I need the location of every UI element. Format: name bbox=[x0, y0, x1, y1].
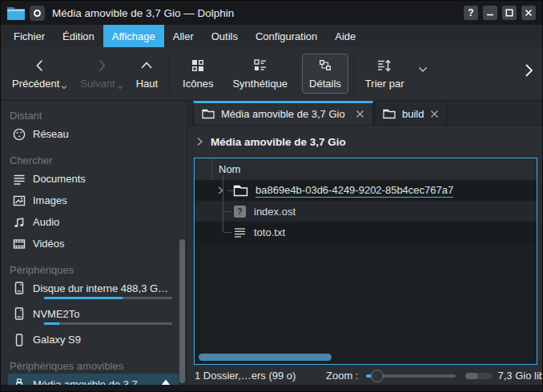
toolbar-overflow-button[interactable] bbox=[523, 62, 534, 79]
zoom-slider-handle[interactable] bbox=[371, 370, 384, 382]
section-chercher: Chercher bbox=[1, 152, 187, 168]
folder-icon bbox=[383, 109, 396, 119]
titlebar[interactable]: Média amovible de 3,7 Gio — Dolphin ? bbox=[1, 1, 542, 25]
dolphin-window: Média amovible de 3,7 Gio — Dolphin ? Fi… bbox=[0, 0, 543, 392]
maximize-button[interactable] bbox=[502, 6, 517, 20]
status-bar: 1 Dossier,…ers (99 o) Zoom : 7,3 Gio lib… bbox=[188, 365, 542, 386]
tree-guide-line bbox=[223, 232, 231, 233]
items-summary: 1 Dossier,…ers (99 o) bbox=[195, 370, 321, 382]
up-button[interactable]: Haut bbox=[130, 54, 164, 93]
forward-icon bbox=[94, 58, 110, 74]
minimize-button[interactable] bbox=[483, 6, 497, 20]
unknown-file-icon: ? bbox=[233, 205, 247, 218]
menubar: Fichier Édition Affichage Aller Outils C… bbox=[1, 25, 542, 47]
sidebar-item-documents[interactable]: Documents bbox=[1, 168, 187, 190]
details-view-button[interactable]: Détails bbox=[302, 54, 348, 94]
up-icon bbox=[139, 58, 155, 74]
zoom-slider[interactable] bbox=[366, 370, 456, 382]
menu-aide[interactable]: Aide bbox=[326, 25, 364, 47]
film-icon bbox=[12, 237, 26, 251]
sidebar-item-images[interactable]: Images bbox=[1, 190, 187, 211]
toolbar: Précédent Suivant Haut bbox=[1, 47, 542, 101]
menu-configuration[interactable]: Configuration bbox=[247, 25, 326, 47]
sidebar-item-disque-dur[interactable]: Disque dur interne 488,3 G… bbox=[1, 278, 187, 303]
sidebar-item-galaxy-s9[interactable]: Galaxy S9 bbox=[1, 329, 187, 350]
tab-close-icon[interactable] bbox=[356, 110, 364, 118]
back-icon bbox=[32, 58, 48, 74]
section-peripheriques-amovibles: Périphériques amovibles bbox=[1, 358, 187, 374]
file-view[interactable]: Nom ba869e4b-03d6-4249-9202-85b4cec767a7 bbox=[194, 158, 537, 365]
file-row-text[interactable]: toto.txt bbox=[195, 222, 537, 242]
document-lines-icon bbox=[12, 172, 26, 186]
icons-view-button[interactable]: Icônes bbox=[176, 54, 219, 93]
toolbar-separator bbox=[353, 53, 354, 94]
smartphone-icon bbox=[12, 333, 26, 347]
chevron-down-icon bbox=[117, 85, 123, 90]
folder-icon bbox=[202, 109, 215, 119]
forward-button[interactable]: Suivant bbox=[74, 54, 129, 93]
tree-guide-line bbox=[227, 190, 233, 191]
sidebar-item-audio[interactable]: Audio bbox=[1, 211, 187, 233]
zoom-label: Zoom : bbox=[326, 370, 358, 382]
window-title: Média amovible de 3,7 Gio — Dolphin bbox=[52, 7, 234, 19]
free-space-label: 7,3 Gio libre(s) bbox=[497, 370, 543, 382]
compact-view-button[interactable]: Synthétique bbox=[226, 54, 294, 93]
section-peripheriques: Périphériques bbox=[1, 262, 187, 278]
chevron-down-icon bbox=[61, 85, 67, 90]
column-header-row: Nom bbox=[195, 158, 537, 180]
horizontal-scrollbar[interactable] bbox=[199, 354, 332, 361]
details-view-icon bbox=[317, 58, 333, 74]
sort-menu-chevron-icon[interactable] bbox=[418, 66, 428, 73]
places-panel: Distant Réseau Chercher bbox=[1, 101, 187, 386]
menu-affichage[interactable]: Affichage bbox=[103, 25, 164, 47]
disk-usage-bar bbox=[44, 297, 172, 299]
folder-icon bbox=[233, 185, 248, 197]
back-button[interactable]: Précédent bbox=[6, 54, 74, 93]
folder-blue-icon bbox=[6, 6, 26, 21]
menu-edition[interactable]: Édition bbox=[54, 25, 103, 47]
sidebar-item-nvme2to[interactable]: NVME2To bbox=[1, 303, 187, 329]
close-button[interactable] bbox=[521, 6, 536, 20]
file-row-unknown[interactable]: ? index.ost bbox=[195, 201, 537, 222]
file-row-folder[interactable]: ba869e4b-03d6-4249-9202-85b4cec767a7 bbox=[195, 180, 537, 201]
tree-guide-line bbox=[223, 175, 223, 232]
tree-guide-line bbox=[223, 211, 231, 212]
capacity-bar bbox=[465, 373, 493, 379]
sort-by-button[interactable]: Trier par bbox=[359, 54, 411, 93]
breadcrumb-location[interactable]: Média amovible de 3,7 Gio bbox=[211, 136, 346, 148]
toolbar-separator bbox=[169, 53, 170, 94]
hard-drive-icon bbox=[12, 281, 26, 295]
tab-bar: Média amovible de 3,7 Gio build bbox=[188, 101, 542, 126]
help-button[interactable]: ? bbox=[464, 6, 478, 20]
menu-aller[interactable]: Aller bbox=[164, 25, 203, 47]
hard-drive-icon bbox=[12, 306, 26, 321]
chevron-right-icon bbox=[196, 137, 203, 146]
breadcrumb[interactable]: Média amovible de 3,7 Gio bbox=[188, 126, 542, 157]
music-note-icon bbox=[12, 215, 26, 230]
text-file-icon bbox=[233, 226, 247, 239]
section-distant: Distant bbox=[1, 107, 187, 123]
network-icon bbox=[12, 127, 26, 142]
tab-media-amovible[interactable]: Média amovible de 3,7 Gio bbox=[193, 101, 373, 125]
tab-build[interactable]: build bbox=[374, 101, 447, 125]
sidebar-item-videos[interactable]: Vidéos bbox=[1, 233, 187, 254]
window-bottom-edge bbox=[1, 385, 542, 391]
menu-fichier[interactable]: Fichier bbox=[5, 25, 54, 47]
disk-usage-bar bbox=[44, 322, 172, 325]
svg-text:?: ? bbox=[237, 206, 242, 216]
compact-view-icon bbox=[252, 58, 268, 74]
column-header-nom[interactable]: Nom bbox=[212, 163, 240, 175]
sort-icon bbox=[376, 58, 393, 74]
menu-outils[interactable]: Outils bbox=[203, 25, 247, 47]
image-icon bbox=[12, 194, 26, 208]
sidebar-item-reseau[interactable]: Réseau bbox=[1, 123, 187, 145]
main-panel: Média amovible de 3,7 Gio build bbox=[188, 101, 542, 386]
sidebar-scrollbar[interactable] bbox=[179, 239, 185, 383]
app-emblem-icon bbox=[30, 6, 45, 21]
icons-view-icon bbox=[190, 58, 206, 74]
tab-close-icon[interactable] bbox=[430, 110, 439, 118]
